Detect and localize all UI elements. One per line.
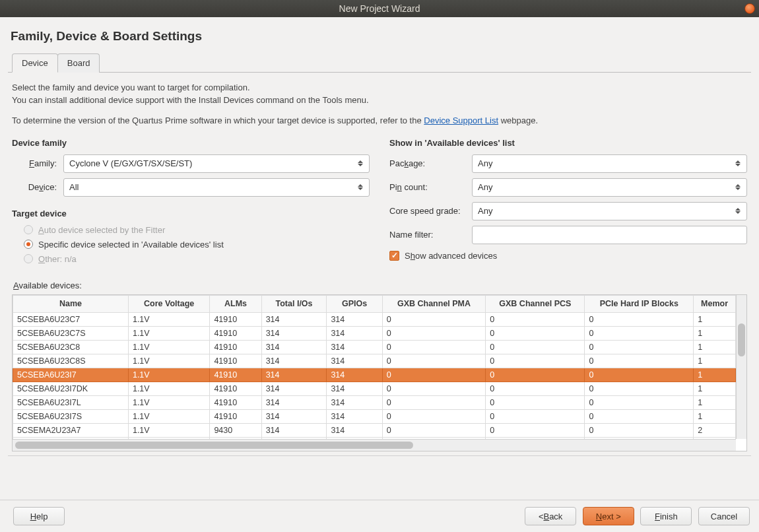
table-cell: 1.1V <box>128 340 209 354</box>
table-cell: 5CSEBA6U23I7DK <box>13 382 129 395</box>
table-cell: 314 <box>327 340 382 354</box>
table-header-cell[interactable]: GXB Channel PCS <box>486 295 585 312</box>
table-cell: 0 <box>585 326 694 340</box>
table-row[interactable]: 5CSEBA6U23I71.1V419103143140001 <box>13 368 736 382</box>
table-cell: 314 <box>327 395 382 409</box>
table-cell: 0 <box>585 382 694 395</box>
table-header-cell[interactable]: Memor <box>694 295 736 312</box>
table-header-cell[interactable]: Core Voltage <box>128 295 209 312</box>
family-combo[interactable]: Cyclone V (E/GX/GT/SX/SE/ST) <box>63 154 370 173</box>
table-row[interactable]: 5CSEMA2U23A71.1V94303143140002 <box>13 423 736 437</box>
window-title: New Project Wizard <box>339 3 420 14</box>
table-cell: 5CSEBA6U23C7S <box>13 326 129 340</box>
table-cell: 314 <box>261 326 327 340</box>
table-row[interactable]: 5CSEBA6U23I7L1.1V419103143140001 <box>13 395 736 409</box>
table-cell: 314 <box>261 368 327 382</box>
table-cell: 1 <box>694 340 736 354</box>
table-cell: 41910 <box>210 395 261 409</box>
speed-grade-combo[interactable]: Any <box>472 202 747 220</box>
table-header-cell[interactable]: PCIe Hard IP Blocks <box>585 295 694 312</box>
table-cell: 1 <box>694 409 736 423</box>
table-cell: 0 <box>486 354 585 368</box>
table-cell: 1.1V <box>128 326 209 340</box>
table-cell: 5CSEBA6U23C7 <box>13 312 129 326</box>
table-cell: 41910 <box>210 326 261 340</box>
table-cell: 0 <box>486 382 585 395</box>
horizontal-scrollbar[interactable] <box>13 439 736 451</box>
radio-specific-device[interactable]: Specific device selected in 'Available d… <box>24 240 370 249</box>
package-combo[interactable]: Any <box>472 154 747 173</box>
table-header-cell[interactable]: Total I/Os <box>261 295 327 312</box>
table-header-cell[interactable]: GXB Channel PMA <box>382 295 485 312</box>
intro-line3-suffix: webpage. <box>498 116 538 125</box>
cancel-button[interactable]: Cancel <box>698 507 750 525</box>
back-button[interactable]: < Back <box>525 507 576 525</box>
scroll-thumb[interactable] <box>738 323 745 356</box>
table-cell: 1.1V <box>128 368 209 382</box>
table-cell: 5CSEBA6U23I7 <box>13 368 129 382</box>
device-support-list-link[interactable]: Device Support List <box>424 116 498 125</box>
table-cell: 1 <box>694 312 736 326</box>
table-cell: 314 <box>327 354 382 368</box>
table-cell: 1 <box>694 368 736 382</box>
device-value: All <box>69 182 79 192</box>
table-row[interactable]: 5CSEBA6U23C7S1.1V419103143140001 <box>13 326 736 340</box>
table-cell: 314 <box>327 326 382 340</box>
table-row[interactable]: 5CSEBA6U23C71.1V419103143140001 <box>13 312 736 326</box>
package-label: Package: <box>389 158 465 168</box>
table-cell: 314 <box>261 382 327 395</box>
tab-device[interactable]: Device <box>12 53 58 73</box>
device-combo[interactable]: All <box>63 178 370 197</box>
table-cell: 0 <box>585 423 694 437</box>
table-cell: 0 <box>585 312 694 326</box>
table-cell: 0 <box>382 382 485 395</box>
name-filter-input[interactable] <box>472 226 747 244</box>
radio-specific-label: Specific device selected in 'Available d… <box>38 240 224 249</box>
table-cell: 314 <box>327 409 382 423</box>
table-cell: 41910 <box>210 354 261 368</box>
table-header-cell[interactable]: Name <box>13 295 129 312</box>
device-label: Device: <box>12 182 57 192</box>
radio-icon <box>24 254 33 263</box>
table-header-cell[interactable]: GPIOs <box>327 295 382 312</box>
speed-grade-value: Any <box>478 206 492 216</box>
name-filter-label: Name filter: <box>389 230 465 240</box>
table-cell: 41910 <box>210 382 261 395</box>
table-header-row: NameCore VoltageALMsTotal I/OsGPIOsGXB C… <box>13 295 736 312</box>
table-cell: 314 <box>327 423 382 437</box>
table-row[interactable]: 5CSEBA6U23I7S1.1V419103143140001 <box>13 409 736 423</box>
table-row[interactable]: 5CSEBA6U23I7DK1.1V419103143140001 <box>13 382 736 395</box>
table-row[interactable]: 5CSEBA6U23C81.1V419103143140001 <box>13 340 736 354</box>
table-cell: 314 <box>261 354 327 368</box>
device-family-label: Device family <box>12 138 370 148</box>
tab-board[interactable]: Board <box>57 53 100 73</box>
table-cell: 0 <box>585 340 694 354</box>
table-cell: 1.1V <box>128 395 209 409</box>
devices-table[interactable]: NameCore VoltageALMsTotal I/OsGPIOsGXB C… <box>13 295 736 451</box>
table-cell: 1.1V <box>128 312 209 326</box>
radio-icon <box>24 240 33 249</box>
show-advanced-label: Show advanced devices <box>405 251 497 261</box>
radio-auto-label: Auto device selected by the Fitter <box>38 225 165 235</box>
scroll-thumb[interactable] <box>15 442 413 449</box>
table-row[interactable]: 5CSEBA6U23C8S1.1V419103143140001 <box>13 354 736 368</box>
pin-count-combo[interactable]: Any <box>472 178 747 197</box>
next-button[interactable]: Next > <box>583 507 634 525</box>
family-label: Family: <box>12 158 57 168</box>
show-advanced-checkbox[interactable]: Show advanced devices <box>389 251 747 261</box>
help-button[interactable]: Help <box>13 507 65 525</box>
table-cell: 0 <box>382 340 485 354</box>
radio-other-device: Other: n/a <box>24 254 370 264</box>
dropdown-icon <box>733 155 742 172</box>
close-icon[interactable] <box>744 3 755 14</box>
titlebar: New Project Wizard <box>0 0 759 17</box>
table-body: 5CSEBA6U23C71.1V4191031431400015CSEBA6U2… <box>13 312 736 451</box>
table-cell: 41910 <box>210 312 261 326</box>
table-cell: 314 <box>261 395 327 409</box>
vertical-scrollbar[interactable] <box>736 295 746 439</box>
table-cell: 0 <box>486 423 585 437</box>
finish-button[interactable]: Finish <box>640 507 692 525</box>
intro-line3-prefix: To determine the version of the Quartus … <box>12 116 424 125</box>
table-header-cell[interactable]: ALMs <box>210 295 261 312</box>
table-cell: 0 <box>486 368 585 382</box>
